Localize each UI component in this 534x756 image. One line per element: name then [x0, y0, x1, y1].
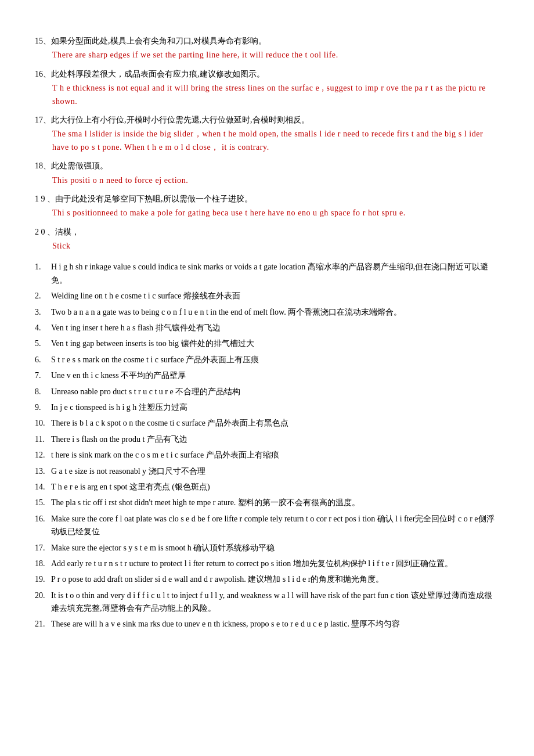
section-15-english: There are sharp edges if we set the part…	[52, 49, 499, 62]
list-item-num: 5.	[35, 337, 51, 350]
list-item-num: 8.	[35, 386, 51, 398]
list-item: 15.The pla s tic off i rst shot didn't m…	[35, 496, 499, 509]
section-18-chinese: 18、此处需做强顶。	[35, 160, 499, 172]
list-item-content: Make sure the ejector s y s t e m is smo…	[51, 542, 499, 555]
section-16: 16、此处料厚段差很大，成品表面会有应力痕,建议修改如图示。 T h e thi…	[35, 68, 499, 108]
list-item: 7.Une v en th i c kness 不平均的产品壁厚	[35, 369, 499, 382]
list-item: 8.Unreaso nable pro duct s t r u c t u r…	[35, 386, 499, 398]
list-item-content: These are will h a v e sink ma rks due t…	[51, 618, 499, 631]
list-item-content: H i g h sh r inkage value s could indica…	[51, 261, 499, 287]
list-item-content: In j e c tionspeed is h i g h 注塑压力过高	[51, 401, 499, 414]
section-19: 1 9 、由于此处没有足够空间下热咀,所以需做一个柱子进胶。 Thi s pos…	[35, 193, 499, 220]
list-item-content: Add early re t u r n s t r ucture to pro…	[51, 557, 499, 570]
list-item-num: 6.	[35, 354, 51, 366]
list-item-content: t here is sink mark on the c o s m e t i…	[51, 449, 499, 462]
list-item-content: Une v en th i c kness 不平均的产品壁厚	[51, 369, 499, 382]
list-item-content: T h e r e is arg en t spot 这里有亮点 (银色斑点)	[51, 481, 499, 494]
list-item-num: 2.	[35, 290, 51, 303]
list-item-content: Ven t ing inser t here h a s flash 排气镶件处…	[51, 322, 499, 334]
list-item-num: 18.	[35, 557, 51, 570]
list-item: 12.t here is sink mark on the c o s m e …	[35, 449, 499, 462]
section-16-chinese: 16、此处料厚段差很大，成品表面会有应力痕,建议修改如图示。	[35, 68, 499, 81]
section-18-english: This positi o n need to force ej ection.	[52, 174, 499, 187]
list-item-content: Welding line on t h e cosme t i c surfac…	[51, 290, 499, 303]
list-item-content: S t r e s s mark on the cosme t i c surf…	[51, 354, 499, 366]
list-item: 16.Make sure the core f l oat plate was …	[35, 513, 499, 539]
section-17-english: The sma l lslider is inside the big slid…	[52, 128, 499, 154]
list-item-num: 16.	[35, 513, 51, 539]
list-item: 21.These are will h a v e sink ma rks du…	[35, 618, 499, 631]
list-item-num: 3.	[35, 306, 51, 319]
list-item-num: 21.	[35, 618, 51, 631]
list-item-content: Unreaso nable pro duct s t r u c t u r e…	[51, 386, 499, 398]
section-20-english: Stick	[52, 240, 499, 253]
list-item-num: 14.	[35, 481, 51, 494]
section-15: 15、如果分型面此处,模具上会有尖角和刀口,对模具寿命有影响。 There ar…	[35, 35, 499, 62]
section-17: 17、此大行位上有小行位,开模时小行位需先退,大行位做延时,合模时则相反。 Th…	[35, 114, 499, 154]
list-item: 9.In j e c tionspeed is h i g h 注塑压力过高	[35, 401, 499, 414]
section-20: 2 0 、洁模， Stick	[35, 226, 499, 253]
section-19-english: Thi s positionneed to make a pole for ga…	[52, 207, 499, 219]
list-item-num: 1.	[35, 261, 51, 287]
list-item-content: Two b a n a n a gate was to being c o n …	[51, 306, 499, 319]
list-item: 18.Add early re t u r n s t r ucture to …	[35, 557, 499, 570]
list-item: 1.H i g h sh r inkage value s could indi…	[35, 261, 499, 287]
list-item: 3.Two b a n a n a gate was to being c o …	[35, 306, 499, 319]
list-section: 1.H i g h sh r inkage value s could indi…	[35, 261, 499, 631]
list-item: 6.S t r e s s mark on the cosme t i c su…	[35, 354, 499, 366]
list-item-content: There i s flash on the produ t 产品有飞边	[51, 433, 499, 446]
section-17-chinese: 17、此大行位上有小行位,开模时小行位需先退,大行位做延时,合模时则相反。	[35, 114, 499, 127]
list-item-num: 12.	[35, 449, 51, 462]
list-item: 13.G a t e size is not reasonabl y 浇口尺寸不…	[35, 465, 499, 478]
list-item-num: 17.	[35, 542, 51, 555]
list-item-num: 15.	[35, 496, 51, 509]
list-item-num: 11.	[35, 433, 51, 446]
list-item: 10.There is b l a c k spot o n the cosme…	[35, 417, 499, 430]
section-16-english: T h e thickness is not equal and it will…	[52, 82, 499, 108]
list-item: 19.P r o pose to add draft on slider si …	[35, 573, 499, 586]
section-18: 18、此处需做强顶。 This positi o n need to force…	[35, 160, 499, 187]
list-item-num: 7.	[35, 369, 51, 382]
list-item-num: 9.	[35, 401, 51, 414]
list-item-num: 20.	[35, 589, 51, 615]
list-item-content: Ven t ing gap between inserts is too big…	[51, 337, 499, 350]
list-item-num: 19.	[35, 573, 51, 586]
list-item-content: G a t e size is not reasonabl y 浇口尺寸不合理	[51, 465, 499, 478]
list-item-content: The pla s tic off i rst shot didn't meet…	[51, 496, 499, 509]
list-item-num: 4.	[35, 322, 51, 334]
list-item: 5.Ven t ing gap between inserts is too b…	[35, 337, 499, 350]
list-item-content: There is b l a c k spot o n the cosme ti…	[51, 417, 499, 430]
section-19-chinese: 1 9 、由于此处没有足够空间下热咀,所以需做一个柱子进胶。	[35, 193, 499, 206]
list-item-content: Make sure the core f l oat plate was clo…	[51, 513, 499, 539]
list-item: 11.There i s flash on the produ t 产品有飞边	[35, 433, 499, 446]
list-item-num: 10.	[35, 417, 51, 430]
list-item: 14.T h e r e is arg en t spot 这里有亮点 (银色斑…	[35, 481, 499, 494]
list-item-content: P r o pose to add draft on slider si d e…	[51, 573, 499, 586]
section-20-chinese: 2 0 、洁模，	[35, 226, 499, 239]
list-item-content: It is t o o thin and very d i f f i c u …	[51, 589, 499, 615]
list-item: 20.It is t o o thin and very d i f f i c…	[35, 589, 499, 615]
list-item: 2.Welding line on t h e cosme t i c surf…	[35, 290, 499, 303]
list-item-num: 13.	[35, 465, 51, 478]
sections-container: 15、如果分型面此处,模具上会有尖角和刀口,对模具寿命有影响。 There ar…	[35, 35, 499, 253]
list-item: 4.Ven t ing inser t here h a s flash 排气镶…	[35, 322, 499, 334]
list-item: 17.Make sure the ejector s y s t e m is …	[35, 542, 499, 555]
section-15-chinese: 15、如果分型面此处,模具上会有尖角和刀口,对模具寿命有影响。	[35, 35, 499, 48]
